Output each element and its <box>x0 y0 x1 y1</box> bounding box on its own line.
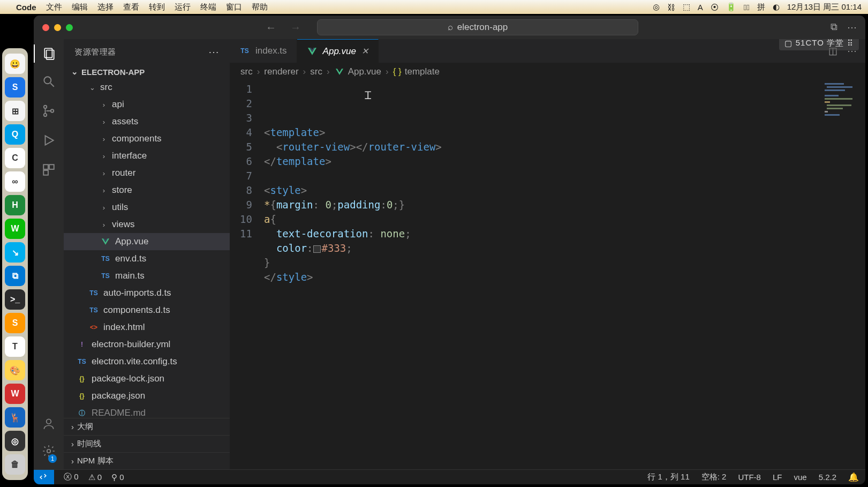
dock-app-icon[interactable]: 🗑 <box>5 454 25 475</box>
tree-file[interactable]: TSenv.d.ts <box>64 250 230 267</box>
activity-run-debug-icon[interactable] <box>42 133 56 151</box>
tree-file[interactable]: TScomponents.d.ts <box>64 302 230 319</box>
tree-folder[interactable]: ›utils <box>64 199 230 216</box>
maximize-window-icon[interactable] <box>66 24 73 31</box>
dock-app-icon[interactable]: W <box>5 384 25 404</box>
status-radio[interactable]: ⚲ 0 <box>111 473 124 482</box>
tree-file[interactable]: !electron-builder.yml <box>64 336 230 353</box>
outline-section[interactable]: ›大纲 <box>64 418 230 435</box>
status-icon[interactable]: A <box>698 3 703 12</box>
tree-folder[interactable]: ›assets <box>64 113 230 130</box>
dock-app-icon[interactable]: ↘ <box>5 242 25 263</box>
menu-file[interactable]: 文件 <box>46 2 62 12</box>
activity-source-control-icon[interactable] <box>42 104 56 122</box>
siri-icon[interactable]: ◐ <box>773 2 780 12</box>
tree-folder[interactable]: ›router <box>64 164 230 182</box>
status-eol[interactable]: LF <box>773 473 782 482</box>
tree-file[interactable]: App.vue <box>64 233 230 250</box>
tree-file[interactable]: <>index.html <box>64 319 230 336</box>
status-icon[interactable]: ⛓ <box>667 3 675 12</box>
dock-app-icon[interactable]: 🦌 <box>5 407 25 428</box>
dock-app-icon[interactable]: S <box>5 313 25 333</box>
wifi-icon[interactable]: ⦿ <box>711 3 719 12</box>
dock-app-icon[interactable]: S <box>5 77 25 98</box>
tree-file[interactable]: TSelectron.vite.config.ts <box>64 353 230 370</box>
activity-search-icon[interactable] <box>42 74 56 92</box>
dock-app-icon[interactable]: ∞ <box>5 171 25 192</box>
tree-folder[interactable]: ›components <box>64 130 230 147</box>
svg-rect-21 <box>825 111 828 113</box>
project-root[interactable]: ⌄ELECTRON-APP <box>64 65 230 79</box>
macos-menubar: Code 文件 编辑 选择 查看 转到 运行 终端 窗口 帮助 ◎ ⛓ ⬚ A … <box>0 0 868 14</box>
code-editor[interactable]: 1234567891011 Ꮖ <template> <router-view>… <box>230 81 865 469</box>
text-cursor-icon: Ꮖ <box>365 88 372 103</box>
menubar-datetime[interactable]: 12月13日 周三 01:14 <box>787 2 862 12</box>
tree-folder[interactable]: ›api <box>64 96 230 113</box>
tree-file[interactable]: ⓘREADME.md <box>64 404 230 418</box>
status-icon[interactable]: ◎ <box>653 2 660 12</box>
breadcrumb[interactable]: src› renderer› src› App.vue› { }template <box>230 63 865 81</box>
dock-app-icon[interactable]: ◎ <box>5 431 25 451</box>
remote-indicator[interactable] <box>34 470 54 485</box>
status-version[interactable]: 5.2.2 <box>819 473 836 482</box>
status-errors[interactable]: ⓧ 0 <box>64 472 79 482</box>
status-ln-col[interactable]: 行 1，列 11 <box>647 472 689 482</box>
command-center[interactable]: ⌕ electron-app <box>317 19 638 35</box>
tree-file[interactable]: {}package-lock.json <box>64 370 230 387</box>
nav-back-icon[interactable]: ← <box>266 21 276 34</box>
dock-app-icon[interactable]: W <box>5 219 25 239</box>
tree-file[interactable]: {}package.json <box>64 387 230 404</box>
switch-icon[interactable]: �⃝ <box>744 3 750 12</box>
menu-window[interactable]: 窗口 <box>226 2 242 12</box>
dock-app-icon[interactable]: H <box>5 195 25 215</box>
activity-extensions-icon[interactable] <box>42 163 56 181</box>
minimap[interactable] <box>825 83 862 126</box>
tree-file[interactable]: TSauto-imports.d.ts <box>64 284 230 302</box>
battery-icon[interactable]: 🔋 <box>726 2 736 12</box>
status-icon[interactable]: ⬚ <box>683 2 690 12</box>
layout-toggle-icon[interactable]: ⋯ <box>847 21 857 33</box>
activity-explorer-icon[interactable] <box>34 44 64 63</box>
tree-file[interactable]: TSmain.ts <box>64 267 230 284</box>
status-encoding[interactable]: UTF-8 <box>738 473 761 482</box>
menu-run[interactable]: 运行 <box>175 2 191 12</box>
menu-edit[interactable]: 编辑 <box>72 2 88 12</box>
layout-panel-icon[interactable]: ⧉ <box>831 21 837 33</box>
menu-help[interactable]: 帮助 <box>252 2 268 12</box>
tab-index-ts[interactable]: TS index.ts <box>230 39 297 63</box>
menu-terminal[interactable]: 终端 <box>200 2 216 12</box>
activity-account-icon[interactable] <box>42 417 56 434</box>
dock-app-icon[interactable]: C <box>5 148 25 168</box>
menubar-app-name[interactable]: Code <box>16 3 36 12</box>
activity-settings-icon[interactable]: 1 <box>42 444 56 462</box>
menu-view[interactable]: 查看 <box>123 2 139 12</box>
minimize-window-icon[interactable] <box>54 24 61 31</box>
status-spaces[interactable]: 空格: 2 <box>701 472 727 482</box>
dock-app-icon[interactable]: ⊞ <box>5 101 25 121</box>
dock-app-icon[interactable]: 😀 <box>5 54 25 74</box>
tree-folder[interactable]: ›views <box>64 216 230 233</box>
dock-app-icon[interactable]: T <box>5 336 25 357</box>
code-content[interactable]: Ꮖ <template> <router-view></router-view>… <box>264 81 865 469</box>
notifications-icon[interactable]: 🔔 <box>848 472 859 482</box>
tab-app-vue[interactable]: App.vue ✕ <box>297 39 379 63</box>
menu-go[interactable]: 转到 <box>149 2 165 12</box>
dock-app-icon[interactable]: ⧉ <box>5 266 25 286</box>
status-language[interactable]: vue <box>794 473 806 482</box>
close-window-icon[interactable] <box>42 24 49 31</box>
close-tab-icon[interactable]: ✕ <box>361 46 368 56</box>
tree-folder[interactable]: ⌄src <box>64 79 230 96</box>
dock-app-icon[interactable]: 🎨 <box>5 360 25 380</box>
nav-forward-icon[interactable]: → <box>290 21 301 34</box>
tree-folder[interactable]: ›store <box>64 182 230 199</box>
input-icon[interactable]: 拼 <box>757 2 765 12</box>
menu-select[interactable]: 选择 <box>97 2 114 12</box>
dock-app-icon[interactable]: >_ <box>5 289 25 310</box>
explorer-more-icon[interactable]: ⋯ <box>208 46 220 58</box>
window-controls[interactable] <box>42 24 73 31</box>
npm-scripts-section[interactable]: ›NPM 脚本 <box>64 452 230 469</box>
status-warnings[interactable]: ⚠ 0 <box>88 473 102 482</box>
dock-app-icon[interactable]: Q <box>5 124 25 145</box>
timeline-section[interactable]: ›时间线 <box>64 435 230 452</box>
tree-folder[interactable]: ›interface <box>64 147 230 164</box>
